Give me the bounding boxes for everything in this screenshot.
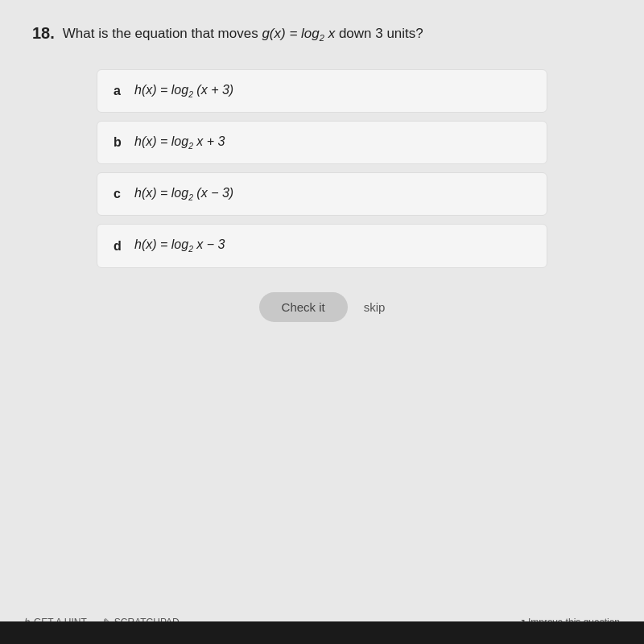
option-d-letter: d	[114, 239, 125, 254]
option-c-letter: c	[114, 187, 125, 201]
question-header: 18. What is the equation that moves g(x)…	[32, 24, 612, 45]
option-c-text: h(x) = log2 (x − 3)	[134, 186, 233, 202]
option-d[interactable]: d h(x) = log2 x − 3	[97, 224, 547, 267]
question-function: g(x) = log2 x	[262, 26, 335, 41]
option-a[interactable]: a h(x) = log2 (x + 3)	[97, 69, 547, 113]
actions-row: Check it skip	[32, 292, 612, 322]
option-a-letter: a	[114, 84, 125, 98]
option-a-text: h(x) = log2 (x + 3)	[134, 83, 233, 99]
question-text: What is the equation that moves g(x) = l…	[63, 24, 423, 45]
options-container: a h(x) = log2 (x + 3) b h(x) = log2 x + …	[97, 69, 547, 268]
option-b-text: h(x) = log2 x + 3	[134, 134, 225, 151]
question-text-suffix: down 3 units?	[339, 26, 423, 41]
question-text-prefix: What is the equation that moves	[63, 26, 262, 41]
option-b[interactable]: b h(x) = log2 x + 3	[97, 121, 547, 164]
page: 18. What is the equation that moves g(x)…	[0, 0, 644, 644]
option-c[interactable]: c h(x) = log2 (x − 3)	[97, 172, 547, 216]
skip-link[interactable]: skip	[364, 300, 386, 314]
option-b-letter: b	[114, 135, 125, 150]
question-number: 18.	[32, 24, 55, 43]
option-d-text: h(x) = log2 x − 3	[134, 237, 225, 254]
check-button[interactable]: Check it	[259, 292, 348, 322]
dark-bar	[0, 621, 644, 644]
